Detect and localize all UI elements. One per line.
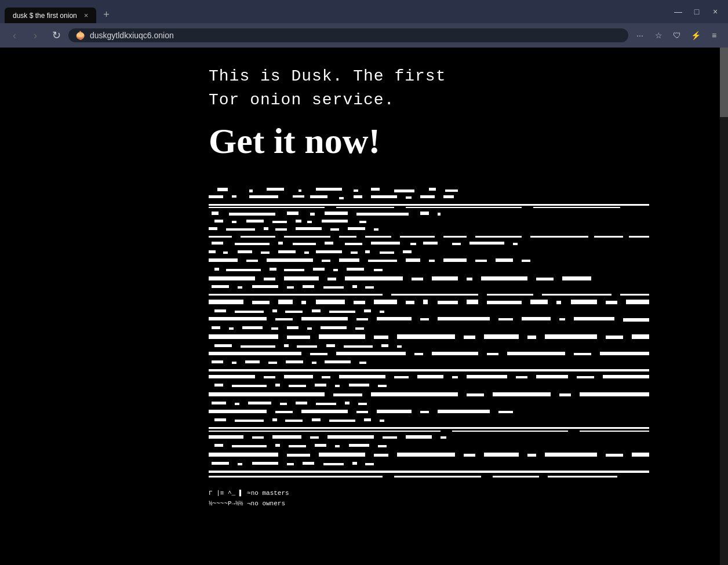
tab-close-button[interactable]: × xyxy=(84,11,89,20)
url-bar-container: 🧅 xyxy=(68,28,628,42)
maximize-button[interactable]: □ xyxy=(689,3,705,20)
ascii-art-image xyxy=(209,185,649,486)
scrollbar-track xyxy=(720,48,728,565)
page-inner: This is Dusk. The first Tor onion servic… xyxy=(0,48,728,526)
nav-right-icons: ··· ☆ 🛡 ⚡ ≡ xyxy=(632,27,722,43)
cta-heading: Get it now! xyxy=(209,121,728,162)
new-tab-button[interactable]: + xyxy=(99,6,114,23)
titlebar: dusk $ the first onion × + — □ × xyxy=(0,0,728,23)
headline-line1: This is Dusk. The first xyxy=(209,65,728,88)
navbar: ‹ › ↻ 🧅 ··· ☆ 🛡 ⚡ ≡ xyxy=(0,23,728,48)
url-bar[interactable] xyxy=(90,31,621,40)
shield-button[interactable]: 🛡 xyxy=(669,27,685,43)
window-controls: — □ × xyxy=(670,3,723,20)
active-tab[interactable]: dusk $ the first onion × xyxy=(5,8,96,23)
reload-button[interactable]: ↻ xyxy=(48,27,65,44)
lightning-button[interactable]: ⚡ xyxy=(687,27,704,43)
scrollbar-thumb[interactable] xyxy=(720,48,728,117)
tab-title: dusk $ the first onion xyxy=(13,12,77,20)
close-window-button[interactable]: × xyxy=(707,3,723,20)
page-content: This is Dusk. The first Tor onion servic… xyxy=(0,48,728,565)
back-button[interactable]: ‹ xyxy=(6,27,23,44)
menu-button[interactable]: ≡ xyxy=(706,27,722,43)
onion-icon: 🧅 xyxy=(75,31,85,40)
bottom-text-line2: ½~~~~P→½½ ¬no owners xyxy=(209,499,728,509)
bottom-text-line1: Γ |≡ ^_ ▌ ≈no masters xyxy=(209,489,728,499)
bookmark-button[interactable]: ☆ xyxy=(650,27,667,43)
headline-line2: Tor onion service. xyxy=(209,91,728,109)
minimize-button[interactable]: — xyxy=(670,3,686,20)
forward-button[interactable]: › xyxy=(27,27,44,44)
tab-bar: dusk $ the first onion × + xyxy=(5,0,668,23)
more-options-button[interactable]: ··· xyxy=(632,27,648,43)
bottom-text: Γ |≡ ^_ ▌ ≈no masters ½~~~~P→½½ ¬no owne… xyxy=(209,489,728,509)
